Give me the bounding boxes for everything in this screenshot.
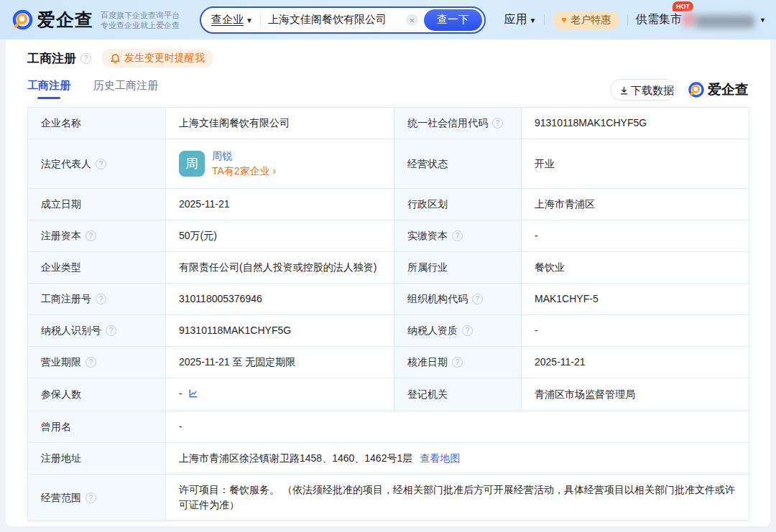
help-icon[interactable]: ? [96, 294, 106, 304]
help-icon[interactable]: ? [492, 118, 503, 129]
field-value: 50万(元) [179, 230, 217, 241]
tab-historical-registration[interactable]: 历史工商注册 [93, 79, 158, 99]
field-label: 法定代表人 [41, 157, 91, 172]
help-icon[interactable]: ? [452, 230, 463, 241]
watermark-label: 爱企查 [708, 80, 749, 99]
field-label-cell: 企业类型 [28, 252, 166, 284]
related-companies-link[interactable]: TA有2家企业 › [212, 165, 276, 177]
search-button[interactable]: 查一下 [424, 9, 482, 31]
field-label-cell: 统一社会信用代码? [394, 108, 522, 139]
aiqicha-watermark: 爱企查 [688, 80, 749, 99]
help-icon[interactable]: ? [462, 325, 473, 336]
legal-representative-cell: 周周锐TA有2家企业 › [166, 139, 394, 189]
field-value: - [535, 230, 538, 241]
nav-market-label: 供需集市 [636, 12, 682, 27]
field-value: 上海市青浦区徐泾镇谢卫路1458、1460、1462号1层 [179, 452, 412, 464]
field-value: 许可项目：餐饮服务。 （依法须经批准的项目，经相关部门批准后方可开展经营活动，具… [179, 484, 735, 510]
field-value-cell: 餐饮业 [522, 252, 749, 284]
field-label: 行政区划 [407, 197, 448, 212]
search-input[interactable]: 上海文佳阁餐饮有限公司 [268, 13, 420, 27]
help-icon[interactable]: ? [472, 294, 483, 304]
change-reminder-button[interactable]: 发生变更时提醒我 [101, 49, 213, 67]
field-label: 组织机构代码 [407, 291, 468, 307]
table-row: 参保人数-登记机关青浦区市场监督管理局 [28, 378, 749, 411]
field-value-cell: 91310118MAK1CHYF5G [522, 108, 749, 139]
user-menu-caret-icon[interactable]: ▼ [759, 17, 766, 24]
heart-shield-icon: ♥ [561, 14, 567, 25]
search-category-dropdown[interactable]: 查企业 [211, 13, 244, 27]
field-value-cell: 2025-11-21 至 无固定期限 [166, 347, 394, 378]
help-icon[interactable]: ? [96, 159, 106, 169]
field-label-cell: 注册资本? [28, 220, 166, 252]
field-label-cell: 组织机构代码? [394, 284, 522, 315]
nav-promo-badge[interactable]: ♥ 老户特惠 [553, 11, 619, 29]
field-value-cell: - [166, 411, 749, 443]
help-icon[interactable]: ? [86, 230, 96, 241]
field-value: 有限责任公司(自然人投资或控股的法人独资) [179, 261, 377, 273]
field-label-cell: 所属行业 [394, 252, 522, 284]
section-header: 工商注册 ? 发生变更时提醒我 [27, 49, 749, 67]
field-label-cell: 工商注册号? [28, 284, 166, 315]
download-data-button[interactable]: 下载数据 [610, 79, 676, 101]
help-icon[interactable]: ? [106, 325, 116, 336]
field-value: 上海市青浦区 [535, 198, 595, 210]
bell-icon [110, 53, 121, 64]
view-map-link[interactable]: 查看地图 [420, 452, 460, 464]
field-value-cell: 2025-11-21 [522, 347, 749, 378]
help-icon[interactable]: ? [452, 357, 463, 368]
field-label: 统一社会信用代码 [407, 116, 488, 131]
help-icon[interactable]: ? [86, 493, 96, 503]
section-title: 工商注册 [27, 50, 76, 67]
field-value-cell: 2025-11-21 [166, 189, 394, 220]
field-label-cell: 纳税人资质? [394, 315, 522, 347]
field-value-cell: MAK1CHYF-5 [522, 284, 749, 315]
field-value-cell: - [522, 315, 749, 347]
field-value: - [179, 421, 183, 432]
field-label: 纳税人资质 [407, 323, 458, 338]
download-label: 下载数据 [631, 84, 674, 96]
field-label-cell: 纳税人识别号? [28, 315, 166, 347]
table-row: 法定代表人?周周锐TA有2家企业 ›经营状态开业 [28, 139, 749, 189]
nav-market[interactable]: 供需集市 HOT [636, 12, 682, 27]
field-label-cell: 曾用名 [28, 411, 166, 443]
user-name-blurred [696, 15, 754, 28]
clear-search-icon[interactable]: ✕ [406, 14, 418, 26]
field-value-cell: 91310118MAK1CHYF5G [166, 315, 394, 347]
field-label: 营业期限 [41, 355, 81, 370]
field-label-cell: 实缴资本? [394, 220, 522, 252]
help-icon[interactable]: ? [86, 357, 96, 368]
field-label: 纳税人识别号 [41, 323, 101, 338]
field-value: 310118005376946 [179, 293, 262, 304]
trend-chart-icon[interactable] [188, 388, 198, 403]
field-value-cell: 开业 [522, 139, 749, 189]
field-label: 注册资本 [41, 228, 81, 243]
field-label: 登记机关 [407, 387, 448, 402]
table-row: 工商注册号?310118005376946组织机构代码?MAK1CHYF-5 [28, 284, 749, 315]
field-value: 开业 [535, 158, 555, 169]
top-header: 爱企查 百度旗下企业查询平台 专业查企业就上爱企查 查企业 ▼ 上海文佳阁餐饮有… [0, 0, 776, 39]
field-value: - [179, 388, 183, 399]
chevron-down-icon: ▼ [246, 17, 253, 24]
field-label: 曾用名 [41, 419, 71, 434]
legal-rep-name-link[interactable]: 周锐 [212, 150, 232, 162]
search-bar[interactable]: 查企业 ▼ 上海文佳阁餐饮有限公司 ✕ 查一下 [200, 6, 486, 34]
field-label-cell: 营业期限? [28, 347, 166, 378]
search-divider [260, 14, 261, 26]
table-row: 注册资本?50万(元)实缴资本?- [28, 220, 749, 252]
aiqicha-logo-icon [688, 81, 705, 98]
table-row: 纳税人识别号?91310118MAK1CHYF5G纳税人资质?- [28, 315, 749, 347]
field-value-cell: - [522, 220, 749, 252]
tab-business-registration[interactable]: 工商注册 [27, 79, 70, 99]
nav-apps[interactable]: 应用 ▼ [504, 12, 536, 27]
field-label-cell: 核准日期? [394, 347, 522, 378]
help-icon[interactable]: ? [80, 53, 91, 64]
aiqicha-logo-icon [11, 9, 34, 31]
nav-promo-label: 老户特惠 [571, 14, 611, 27]
nav-apps-label: 应用 [504, 12, 527, 27]
brand-logo[interactable]: 爱企查 百度旗下企业查询平台 专业查企业就上爱企查 [11, 8, 180, 32]
table-row: 企业名称上海文佳阁餐饮有限公司统一社会信用代码?91310118MAK1CHYF… [28, 108, 749, 139]
user-account[interactable] [681, 9, 756, 31]
insured-count-cell: - [166, 378, 394, 411]
table-row: 经营范围?许可项目：餐饮服务。 （依法须经批准的项目，经相关部门批准后方可开展经… [28, 475, 749, 521]
avatar[interactable]: 周 [179, 151, 205, 177]
